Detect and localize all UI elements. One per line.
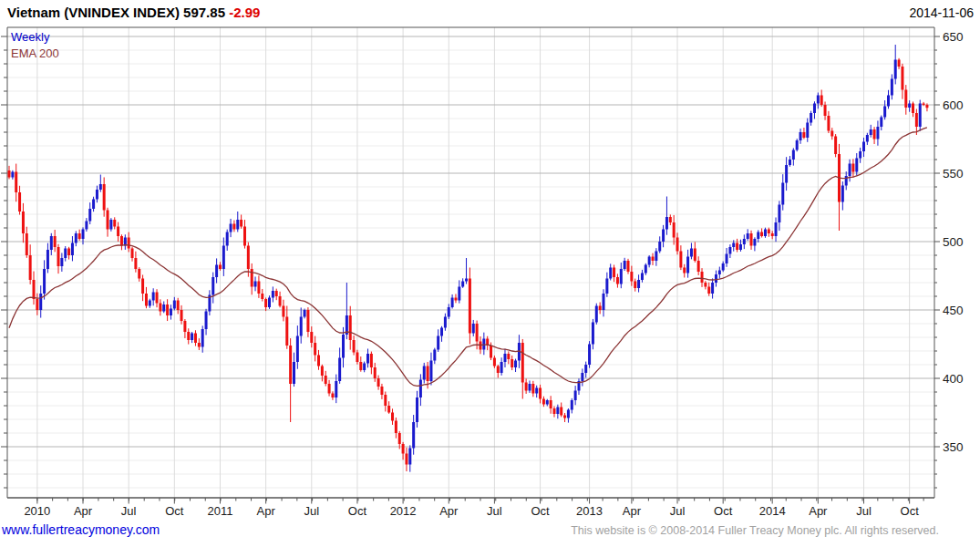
svg-text:Jul: Jul [670, 504, 686, 518]
ema-legend-label: EMA 200 [11, 46, 59, 60]
svg-text:2013: 2013 [576, 504, 603, 518]
svg-text:Apr: Apr [257, 504, 276, 518]
price-change: -2.99 [229, 5, 260, 20]
page-title: Vietnam (VNINDEX INDEX) 597.85 -2.99 [7, 5, 260, 20]
svg-text:500: 500 [943, 235, 964, 249]
svg-text:Oct: Oct [714, 504, 733, 518]
site-link[interactable]: www.fullertreacymoney.com [2, 522, 160, 537]
svg-text:2014: 2014 [759, 504, 786, 518]
svg-text:650: 650 [943, 30, 964, 44]
timeframe-label: Weekly [11, 30, 49, 44]
svg-text:Apr: Apr [74, 504, 93, 518]
svg-text:Oct: Oct [531, 504, 550, 518]
svg-text:Apr: Apr [623, 504, 642, 518]
svg-text:Apr: Apr [809, 504, 828, 518]
svg-text:Oct: Oct [165, 504, 184, 518]
svg-text:600: 600 [943, 98, 964, 112]
copyright-text: This website is © 2008-2014 Fuller Treac… [571, 524, 939, 537]
svg-text:Oct: Oct [348, 504, 367, 518]
svg-text:Jul: Jul [121, 504, 137, 518]
svg-text:2012: 2012 [390, 504, 417, 518]
svg-text:400: 400 [943, 372, 964, 386]
svg-text:550: 550 [943, 167, 964, 181]
svg-text:Jul: Jul [304, 504, 319, 518]
svg-text:Jul: Jul [487, 504, 502, 518]
svg-text:450: 450 [943, 304, 964, 317]
svg-text:Jul: Jul [856, 504, 872, 518]
svg-text:350: 350 [943, 440, 964, 454]
chart-page: 6506005505004504003502010AprJulOct2011Ap… [0, 0, 980, 547]
chart-date: 2014-11-06 [909, 5, 974, 20]
svg-text:Oct: Oct [901, 504, 920, 518]
instrument-title: Vietnam (VNINDEX INDEX) 597.85 [7, 5, 225, 20]
svg-text:2011: 2011 [207, 504, 232, 518]
svg-text:Apr: Apr [439, 504, 459, 518]
svg-text:2010: 2010 [24, 504, 50, 518]
candlestick-chart: 6506005505004504003502010AprJulOct2011Ap… [0, 0, 980, 547]
